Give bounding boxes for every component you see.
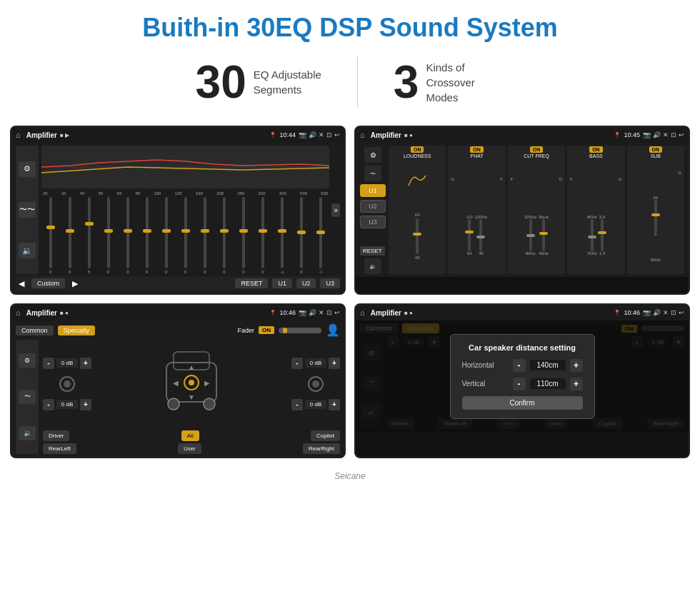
eq-slider-6[interactable]: 0	[138, 197, 156, 274]
co-cutfreq-on[interactable]: ON	[530, 146, 544, 153]
sp3-db4-plus[interactable]: +	[329, 399, 340, 410]
eq-slider-4[interactable]: 0	[99, 197, 117, 274]
eq-slider-3[interactable]: 5	[80, 197, 98, 274]
eq-custom-btn[interactable]: Custom	[31, 278, 65, 288]
eq-slider-13[interactable]: -1	[273, 197, 291, 274]
sp3-driver-btn[interactable]: Driver	[43, 430, 69, 441]
sp3-wave-btn[interactable]: 〜	[19, 390, 36, 404]
expand-icon-4[interactable]: ⊡	[671, 309, 676, 316]
sp3-on-badge[interactable]: ON	[259, 326, 274, 334]
co-phat-label: PHAT	[471, 153, 484, 158]
sub-slider-1[interactable]	[654, 200, 657, 232]
co-loudness-on[interactable]: ON	[411, 146, 424, 153]
close-icon[interactable]: ✕	[319, 131, 324, 138]
bass-slider-1[interactable]	[591, 219, 594, 251]
sp3-fader-slider[interactable]	[279, 328, 321, 333]
loudness-slider-1[interactable]	[416, 218, 419, 254]
eq-prev-btn[interactable]: ◀	[16, 279, 27, 288]
sp3-db2-plus[interactable]: +	[80, 399, 91, 410]
close-icon-4[interactable]: ✕	[663, 309, 669, 316]
back-icon[interactable]: ↩	[334, 131, 340, 138]
eq-slider-12[interactable]: 0	[254, 197, 271, 274]
bass-slider-2[interactable]	[601, 219, 604, 251]
sp3-ear-svg-left	[56, 373, 78, 395]
sp3-user-btn[interactable]: User	[178, 443, 201, 454]
expand-icon[interactable]: ⊡	[326, 131, 332, 138]
cutfreq-slider-1[interactable]	[529, 219, 532, 251]
volume-icon-3: 🔊	[309, 309, 316, 316]
eq-slider-11[interactable]: 0	[234, 197, 252, 274]
sp3-all-btn[interactable]: All	[181, 430, 199, 441]
back-icon-3[interactable]: ↩	[334, 309, 340, 316]
sp3-eq-btn[interactable]: ⚙	[19, 353, 36, 368]
dialog-vertical-plus[interactable]: +	[570, 378, 583, 390]
dialog-confirm-btn[interactable]: Confirm	[462, 396, 583, 410]
eq-slider-10[interactable]: 0	[215, 197, 233, 274]
eq-next-btn[interactable]: ▶	[69, 279, 81, 288]
co-wave-icon[interactable]: 〜	[364, 166, 381, 181]
cutfreq-slider-2[interactable]	[542, 219, 545, 251]
home-icon-2[interactable]: ⌂	[360, 131, 365, 139]
expand-icon-3[interactable]: ⊡	[326, 309, 332, 316]
eq-expand-btn[interactable]: »	[331, 146, 340, 274]
eq-vol-down-btn[interactable]: 🔉	[19, 243, 36, 258]
eq-u2-btn[interactable]: U2	[296, 278, 316, 288]
sp3-common-tab[interactable]: Common	[16, 325, 54, 335]
co-bass-on[interactable]: ON	[589, 146, 603, 153]
co-bass-label: BASS	[589, 153, 603, 158]
phat-slider-1[interactable]	[468, 219, 471, 251]
eq-slider-9[interactable]: 0	[196, 197, 214, 274]
sp3-copilot-btn[interactable]: Copilot	[311, 430, 340, 441]
home-icon-3[interactable]: ⌂	[16, 308, 21, 317]
home-icon-4[interactable]: ⌂	[360, 308, 365, 317]
stat-eq-label: EQ Adjustable Segments	[254, 67, 321, 97]
expand-icon-2[interactable]: ⊡	[671, 131, 676, 138]
dialog-horizontal-plus[interactable]: +	[570, 359, 583, 372]
eq-settings-btn[interactable]: ⚙	[19, 161, 36, 177]
co-eq-icon[interactable]: ⚙	[364, 147, 381, 163]
dialog-vertical-minus[interactable]: -	[513, 378, 526, 390]
co-phat-on[interactable]: ON	[470, 146, 484, 153]
sp3-db3-minus[interactable]: -	[291, 358, 303, 369]
co-u1-btn[interactable]: U1	[360, 184, 386, 197]
phat-slider-2[interactable]	[479, 219, 482, 251]
co-vol-icon[interactable]: 🔉	[364, 258, 381, 274]
sp3-db2-minus[interactable]: -	[43, 399, 54, 410]
loudness-sliders: 64 48	[415, 213, 420, 260]
eq-u3-btn[interactable]: U3	[320, 278, 340, 288]
eq-reset-btn[interactable]: RESET	[235, 278, 268, 288]
eq-slider-14[interactable]: 0	[292, 197, 310, 274]
sp3-db3-plus[interactable]: +	[329, 358, 340, 369]
back-icon-4[interactable]: ↩	[679, 309, 684, 316]
co-u3-btn[interactable]: U3	[360, 216, 386, 228]
co-reset-btn[interactable]: RESET	[360, 243, 386, 256]
distance-dialog: Car speaker distance setting Horizontal …	[450, 334, 595, 419]
sp3-specialty-tab[interactable]: Specialty	[58, 325, 96, 335]
eq-u1-btn[interactable]: U1	[272, 278, 292, 288]
sp3-db2: - 0 dB +	[43, 399, 91, 410]
co-container: ⚙ 〜 U1 U2 U3 RESET 🔉	[360, 146, 684, 274]
sp3-vol-btn[interactable]: 🔉	[19, 426, 36, 440]
co-ch-cutfreq: ON CUT FREQ FG 100Hz	[508, 146, 565, 274]
dialog-horizontal-minus[interactable]: -	[513, 359, 526, 372]
close-icon-2[interactable]: ✕	[663, 131, 669, 138]
sp3-rearright-btn[interactable]: RearRight	[303, 443, 340, 454]
eq-wave-btn[interactable]: 〜〜	[19, 202, 36, 218]
screen3-location-icon: 📍	[269, 310, 276, 316]
sp3-rearleft-btn[interactable]: RearLeft	[43, 443, 76, 454]
eq-slider-15[interactable]: -1	[311, 197, 329, 274]
home-icon[interactable]: ⌂	[16, 131, 21, 139]
sp3-db1-plus[interactable]: +	[80, 358, 91, 369]
dialog-vertical-row: Vertical - 110cm +	[462, 378, 583, 390]
eq-slider-7[interactable]: 0	[157, 197, 175, 274]
eq-slider-5[interactable]: 0	[119, 197, 136, 274]
co-u2-btn[interactable]: U2	[360, 200, 386, 213]
sp3-db4-minus[interactable]: -	[291, 399, 303, 410]
sp3-db1-minus[interactable]: -	[43, 358, 54, 369]
back-icon-2[interactable]: ↩	[679, 131, 684, 138]
close-icon-3[interactable]: ✕	[319, 309, 324, 316]
co-sub-on[interactable]: ON	[649, 146, 663, 153]
eq-slider-2[interactable]: 0	[61, 197, 79, 274]
eq-slider-8[interactable]: 0	[176, 197, 194, 274]
eq-slider-1[interactable]: 0	[41, 197, 59, 274]
